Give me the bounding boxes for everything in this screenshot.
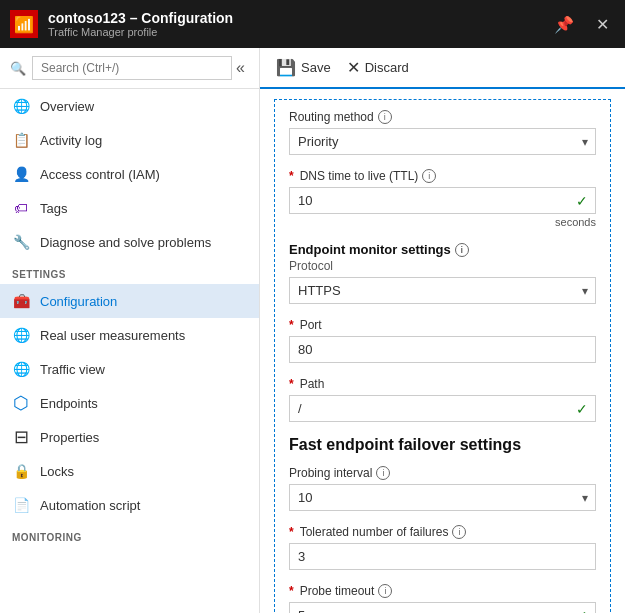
monitoring-section: MONITORING	[0, 522, 259, 547]
sidebar-item-real-user-measurements[interactable]: 🌐 Real user measurements	[0, 318, 259, 352]
probing-interval-select-wrapper: 10 30 ▾	[289, 484, 596, 511]
discard-label: Discard	[365, 60, 409, 75]
traffic-view-label: Traffic view	[40, 362, 105, 377]
tolerated-failures-info-icon[interactable]: i	[452, 525, 466, 539]
protocol-select[interactable]: HTTP HTTPS TCP	[289, 277, 596, 304]
dns-ttl-suffix: seconds	[289, 216, 596, 228]
fast-failover-title: Fast endpoint failover settings	[289, 436, 596, 454]
dns-ttl-input-wrapper: ✓	[289, 187, 596, 214]
routing-method-select-wrapper: Priority Weighted Performance Geographic…	[289, 128, 596, 155]
tags-icon: 🏷	[12, 199, 30, 217]
probing-interval-info-icon[interactable]: i	[376, 466, 390, 480]
protocol-select-wrapper: HTTP HTTPS TCP ▾	[289, 277, 596, 304]
sidebar-item-configuration[interactable]: 🧰 Configuration	[0, 284, 259, 318]
probe-timeout-info-icon[interactable]: i	[378, 584, 392, 598]
sidebar-item-properties[interactable]: ⊟ Properties	[0, 420, 259, 454]
real-user-label: Real user measurements	[40, 328, 185, 343]
top-nav: 🌐 Overview 📋 Activity log 👤 Access contr…	[0, 89, 259, 259]
protocol-label: Protocol	[289, 259, 596, 273]
settings-section: SETTINGS 🧰 Configuration 🌐 Real user mea…	[0, 259, 259, 522]
close-button[interactable]: ✕	[590, 13, 615, 36]
collapse-button[interactable]: «	[232, 59, 249, 77]
endpoint-monitor-group: Endpoint monitor settings i Protocol HTT…	[289, 242, 596, 422]
probe-timeout-check-icon: ✓	[576, 608, 588, 614]
diagnose-label: Diagnose and solve problems	[40, 235, 211, 250]
probing-interval-group: Probing interval i 10 30 ▾	[289, 466, 596, 511]
form-container: Routing method i Priority Weighted Perfo…	[274, 99, 611, 613]
activity-log-label: Activity log	[40, 133, 102, 148]
overview-label: Overview	[40, 99, 94, 114]
real-user-icon: 🌐	[12, 326, 30, 344]
probe-timeout-label: * Probe timeout i	[289, 584, 596, 598]
configuration-icon: 🧰	[12, 292, 30, 310]
search-input[interactable]	[32, 56, 232, 80]
tags-label: Tags	[40, 201, 67, 216]
tolerated-failures-label: * Tolerated number of failures i	[289, 525, 596, 539]
endpoint-monitor-info-icon[interactable]: i	[455, 243, 469, 257]
sidebar-item-traffic-view[interactable]: 🌐 Traffic view	[0, 352, 259, 386]
configuration-label: Configuration	[40, 294, 117, 309]
locks-label: Locks	[40, 464, 74, 479]
dns-ttl-info-icon[interactable]: i	[422, 169, 436, 183]
fast-failover-group: Fast endpoint failover settings Probing …	[289, 436, 596, 613]
sidebar-item-diagnose[interactable]: 🔧 Diagnose and solve problems	[0, 225, 259, 259]
window-title: contoso123 – Configuration	[48, 10, 548, 26]
properties-icon: ⊟	[12, 428, 30, 446]
path-label: * Path	[289, 377, 596, 391]
dns-ttl-check-icon: ✓	[576, 193, 588, 209]
overview-icon: 🌐	[12, 97, 30, 115]
path-check-icon: ✓	[576, 401, 588, 417]
endpoints-label: Endpoints	[40, 396, 98, 411]
sidebar-item-automation-script[interactable]: 📄 Automation script	[0, 488, 259, 522]
save-button[interactable]: 💾 Save	[276, 56, 331, 79]
port-input[interactable]	[289, 336, 596, 363]
discard-icon: ✕	[347, 58, 360, 77]
tolerated-failures-input[interactable]	[289, 543, 596, 570]
sidebar-item-activity-log[interactable]: 📋 Activity log	[0, 123, 259, 157]
traffic-view-icon: 🌐	[12, 360, 30, 378]
probe-timeout-input-wrapper: ✓	[289, 602, 596, 613]
path-input[interactable]	[289, 395, 596, 422]
sidebar-item-locks[interactable]: 🔒 Locks	[0, 454, 259, 488]
endpoints-icon: ⬡	[12, 394, 30, 412]
sidebar-item-overview[interactable]: 🌐 Overview	[0, 89, 259, 123]
sidebar: 🔍 « 🌐 Overview 📋 Activity log 👤 Access c…	[0, 48, 260, 613]
dns-ttl-group: * DNS time to live (TTL) i ✓ seconds	[289, 169, 596, 228]
sidebar-item-endpoints[interactable]: ⬡ Endpoints	[0, 386, 259, 420]
window-subtitle: Traffic Manager profile	[48, 26, 548, 38]
path-input-wrapper: ✓	[289, 395, 596, 422]
access-control-label: Access control (IAM)	[40, 167, 160, 182]
app-icon: 📶	[10, 10, 38, 38]
probing-interval-label: Probing interval i	[289, 466, 596, 480]
title-bar: 📶 contoso123 – Configuration Traffic Man…	[0, 0, 625, 48]
routing-method-label: Routing method i	[289, 110, 596, 124]
automation-icon: 📄	[12, 496, 30, 514]
access-control-icon: 👤	[12, 165, 30, 183]
search-bar: 🔍 «	[0, 48, 259, 89]
main-content: 💾 Save ✕ Discard Routing method i Priori…	[260, 48, 625, 613]
locks-icon: 🔒	[12, 462, 30, 480]
settings-section-label: SETTINGS	[0, 259, 259, 284]
main-layout: 🔍 « 🌐 Overview 📋 Activity log 👤 Access c…	[0, 48, 625, 613]
routing-method-info-icon[interactable]: i	[378, 110, 392, 124]
probing-interval-select[interactable]: 10 30	[289, 484, 596, 511]
pin-button[interactable]: 📌	[548, 13, 580, 36]
probe-timeout-input[interactable]	[289, 602, 596, 613]
discard-button[interactable]: ✕ Discard	[347, 56, 409, 79]
dns-ttl-input[interactable]	[289, 187, 596, 214]
protocol-group: Protocol HTTP HTTPS TCP ▾	[289, 259, 596, 304]
endpoint-monitor-label: Endpoint monitor settings i	[289, 242, 596, 257]
tolerated-failures-group: * Tolerated number of failures i	[289, 525, 596, 570]
activity-log-icon: 📋	[12, 131, 30, 149]
save-icon: 💾	[276, 58, 296, 77]
sidebar-item-tags[interactable]: 🏷 Tags	[0, 191, 259, 225]
path-group: * Path ✓	[289, 377, 596, 422]
monitoring-section-label: MONITORING	[0, 522, 259, 547]
save-label: Save	[301, 60, 331, 75]
diagnose-icon: 🔧	[12, 233, 30, 251]
toolbar: 💾 Save ✕ Discard	[260, 48, 625, 89]
sidebar-item-access-control[interactable]: 👤 Access control (IAM)	[0, 157, 259, 191]
routing-method-select[interactable]: Priority Weighted Performance Geographic…	[289, 128, 596, 155]
port-label: * Port	[289, 318, 596, 332]
routing-method-group: Routing method i Priority Weighted Perfo…	[289, 110, 596, 155]
